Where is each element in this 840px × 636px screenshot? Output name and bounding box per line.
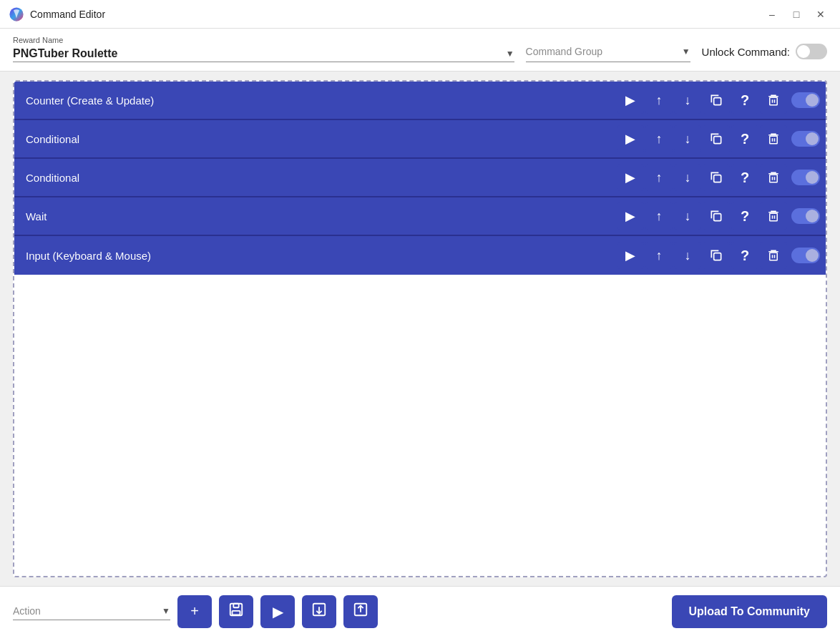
command-actions: ▶ ↑ ↓ ? xyxy=(617,202,820,230)
move-up-button[interactable]: ↑ xyxy=(645,242,673,269)
export-button[interactable] xyxy=(302,595,336,628)
table-row: Conditional ▶ ↑ ↓ ? xyxy=(14,120,826,159)
save-icon xyxy=(228,602,244,621)
move-down-button[interactable]: ↓ xyxy=(674,164,701,191)
command-group-value: Command Group xyxy=(526,46,679,57)
footer: Action ▼ + ▶ Up xyxy=(0,586,840,636)
move-down-button[interactable]: ↓ xyxy=(674,242,701,269)
svg-rect-14 xyxy=(770,213,778,221)
row-toggle-knob xyxy=(806,210,819,222)
row-toggle[interactable] xyxy=(791,208,820,224)
row-toggle[interactable] xyxy=(791,131,820,147)
command-name: Conditional xyxy=(26,172,617,184)
command-actions: ▶ ↑ ↓ ? xyxy=(617,125,820,152)
svg-rect-5 xyxy=(714,137,721,144)
help-button[interactable]: ? xyxy=(731,202,758,230)
command-actions: ▶ ↑ ↓ ? xyxy=(617,87,820,114)
row-toggle[interactable] xyxy=(791,170,820,185)
run-button[interactable]: ▶ xyxy=(617,125,644,152)
command-name: Counter (Create & Update) xyxy=(26,94,617,107)
close-button[interactable]: ✕ xyxy=(810,6,831,23)
upload-button[interactable]: Upload To Community xyxy=(672,595,827,628)
command-group-section: Command Group ▼ xyxy=(526,41,690,62)
unlock-toggle[interactable] xyxy=(796,44,827,59)
import-button[interactable] xyxy=(343,595,378,628)
import-icon xyxy=(353,602,368,621)
title-bar-controls: – □ ✕ xyxy=(761,6,831,23)
reward-dropdown-arrow-icon: ▼ xyxy=(506,49,514,59)
command-actions: ▶ ↑ ↓ ? xyxy=(617,164,820,191)
table-row: Input (Keyboard & Mouse) ▶ ↑ ↓ ? xyxy=(14,236,826,275)
row-toggle-knob xyxy=(806,132,819,145)
title-bar: Command Editor – □ ✕ xyxy=(0,0,840,29)
command-name: Conditional xyxy=(26,133,617,145)
svg-rect-6 xyxy=(770,136,778,144)
add-button[interactable]: + xyxy=(177,595,212,628)
row-toggle[interactable] xyxy=(791,248,820,263)
action-dropdown[interactable]: Action ▼ xyxy=(13,602,170,620)
reward-name-section: Reward Name PNGTuber Roulette ▼ xyxy=(13,36,514,62)
help-button[interactable]: ? xyxy=(731,242,758,269)
svg-rect-23 xyxy=(233,611,240,615)
help-button[interactable]: ? xyxy=(731,87,758,114)
svg-rect-17 xyxy=(714,253,721,260)
table-row: Wait ▶ ↑ ↓ ? xyxy=(14,197,826,236)
main-content: Counter (Create & Update) ▶ ↑ ↓ ? xyxy=(0,72,840,586)
move-down-button[interactable]: ↓ xyxy=(674,202,701,230)
svg-rect-10 xyxy=(770,175,778,182)
minimize-button[interactable]: – xyxy=(761,6,783,23)
play-button[interactable]: ▶ xyxy=(260,595,295,628)
table-row: Counter (Create & Update) ▶ ↑ ↓ ? xyxy=(14,82,826,120)
move-down-button[interactable]: ↓ xyxy=(674,87,701,114)
help-button[interactable]: ? xyxy=(731,125,758,152)
help-button[interactable]: ? xyxy=(731,164,758,191)
command-group-dropdown[interactable]: Command Group ▼ xyxy=(526,41,690,62)
move-up-button[interactable]: ↑ xyxy=(645,87,673,114)
unlock-toggle-knob xyxy=(797,45,810,58)
delete-button[interactable] xyxy=(760,125,787,152)
duplicate-button[interactable] xyxy=(703,202,730,230)
move-up-button[interactable]: ↑ xyxy=(645,125,673,152)
row-toggle-knob xyxy=(806,94,819,107)
delete-button[interactable] xyxy=(760,242,787,269)
run-button[interactable]: ▶ xyxy=(617,242,644,269)
svg-rect-18 xyxy=(770,253,778,260)
run-button[interactable]: ▶ xyxy=(617,164,644,191)
delete-button[interactable] xyxy=(760,87,787,114)
svg-rect-9 xyxy=(714,175,721,182)
action-arrow-icon: ▼ xyxy=(162,606,170,616)
row-toggle[interactable] xyxy=(791,92,820,108)
move-up-button[interactable]: ↑ xyxy=(645,164,673,191)
row-toggle-knob xyxy=(806,171,819,184)
delete-button[interactable] xyxy=(760,202,787,230)
unlock-section: Unlock Command: xyxy=(702,44,827,59)
svg-rect-1 xyxy=(714,98,721,105)
command-name: Input (Keyboard & Mouse) xyxy=(26,250,617,262)
reward-name-dropdown[interactable]: PNGTuber Roulette ▼ xyxy=(13,46,514,62)
delete-button[interactable] xyxy=(760,164,787,191)
duplicate-button[interactable] xyxy=(703,87,730,114)
run-button[interactable]: ▶ xyxy=(617,87,644,114)
command-list: Counter (Create & Update) ▶ ↑ ↓ ? xyxy=(13,80,827,577)
svg-rect-22 xyxy=(233,604,238,608)
duplicate-button[interactable] xyxy=(703,164,730,191)
run-button[interactable]: ▶ xyxy=(617,202,644,230)
unlock-label: Unlock Command: xyxy=(702,46,790,58)
command-actions: ▶ ↑ ↓ ? xyxy=(617,242,820,269)
duplicate-button[interactable] xyxy=(703,125,730,152)
command-group-arrow-icon: ▼ xyxy=(682,47,690,57)
title-bar-title: Command Editor xyxy=(30,9,756,20)
app-icon xyxy=(9,6,24,22)
maximize-button[interactable]: □ xyxy=(786,6,807,23)
row-toggle-knob xyxy=(806,249,819,262)
action-value: Action xyxy=(13,605,159,617)
reward-name-value: PNGTuber Roulette xyxy=(13,47,503,60)
move-up-button[interactable]: ↑ xyxy=(645,202,673,230)
move-down-button[interactable]: ↓ xyxy=(674,125,701,152)
save-button[interactable] xyxy=(219,595,253,628)
reward-name-label: Reward Name xyxy=(13,36,514,44)
duplicate-button[interactable] xyxy=(703,242,730,269)
play-icon: ▶ xyxy=(273,603,283,620)
svg-rect-13 xyxy=(714,214,721,221)
add-icon: + xyxy=(190,603,199,620)
